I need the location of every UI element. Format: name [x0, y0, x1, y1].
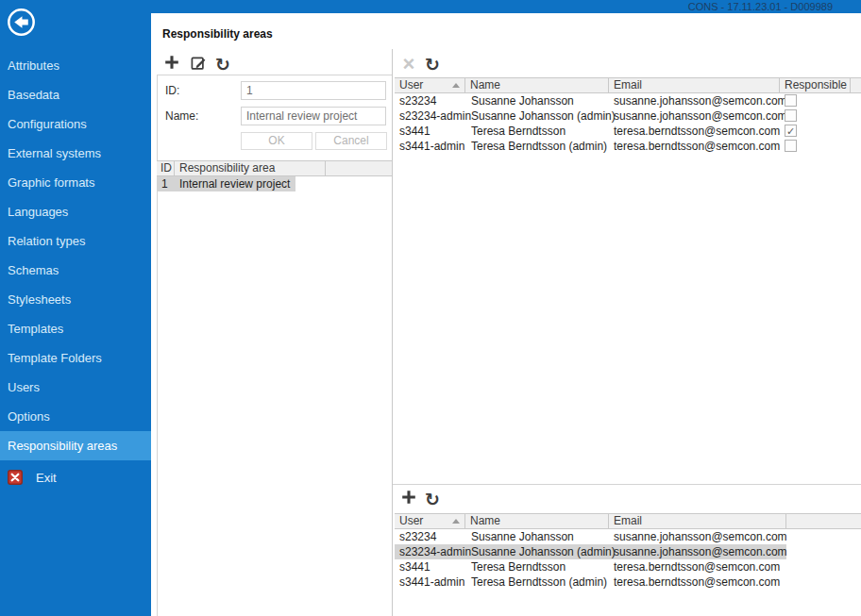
id-input[interactable] [241, 81, 386, 100]
available-col-header-user[interactable]: User [395, 514, 465, 528]
available-col-user-label: User [399, 514, 423, 527]
member-row[interactable]: s3441-admin Teresa Berndtsson (admin) te… [395, 139, 861, 154]
panel-horizontal-divider [393, 484, 861, 485]
member-name-cell: Teresa Berndtsson [471, 124, 566, 139]
member-email-cell: teresa.berndtsson@semcon.com [614, 124, 780, 139]
refresh-areas-button[interactable]: ↻ [214, 56, 231, 73]
sidebar-item-basedata[interactable]: Basedata [0, 80, 151, 109]
plus-icon [401, 490, 416, 508]
refresh-icon: ↻ [425, 491, 440, 507]
sidebar-item-responsibility-areas[interactable]: Responsibility areas [0, 431, 151, 460]
remove-member-button[interactable]: × [400, 55, 417, 72]
area-editor-panel: ID: Name: OK Cancel ID Responsibility ar… [157, 75, 392, 616]
responsible-checkbox[interactable] [785, 140, 797, 152]
members-table-header: User Name Email Responsible [395, 77, 861, 93]
edit-area-button[interactable] [190, 56, 207, 73]
refresh-icon: ↻ [425, 57, 440, 72]
responsible-checkbox[interactable] [785, 125, 797, 137]
remove-x-icon: × [403, 57, 415, 71]
available-user-row[interactable]: s23234 Susanne Johansson susanne.johanss… [395, 529, 861, 544]
available-user-cell: s23234-admin [399, 544, 471, 559]
areas-table-row[interactable]: 1 Internal review project [157, 176, 392, 191]
edit-pencil-icon [191, 55, 207, 75]
member-name-cell: Teresa Berndtsson (admin) [471, 139, 607, 154]
exit-label: Exit [36, 471, 57, 485]
available-user-row[interactable]: s3441-admin Teresa Berndtsson (admin) te… [395, 574, 861, 590]
responsible-checkbox[interactable] [785, 109, 797, 122]
available-user-cell: s3441 [399, 559, 430, 574]
member-user-cell: s23234-admin [399, 108, 471, 124]
available-user-row[interactable]: s3441 Teresa Berndtsson teresa.berndtsso… [395, 559, 861, 574]
sidebar-item-template-folders[interactable]: Template Folders [0, 343, 151, 373]
cancel-button[interactable]: Cancel [315, 132, 387, 150]
available-table-header: User Name Email [395, 513, 861, 529]
ok-button[interactable]: OK [241, 132, 312, 150]
version-status-text: CONS - 17.11.23.01 - D009989 [688, 1, 833, 12]
responsible-checkbox[interactable] [785, 94, 797, 107]
member-user-cell: s3441 [399, 124, 430, 139]
refresh-members-button[interactable]: ↻ [424, 56, 441, 73]
areas-col-header-filler [326, 161, 392, 175]
refresh-available-users-button[interactable]: ↻ [424, 491, 441, 508]
available-user-cell: s3441-admin [399, 574, 464, 590]
members-col-header-responsible[interactable]: Responsible [780, 78, 851, 92]
available-name-cell: Susanne Johansson (admin) [471, 544, 616, 559]
available-col-email-label: Email [614, 514, 642, 527]
sidebar-item-configurations[interactable]: Configurations [0, 109, 151, 139]
areas-col-header-area[interactable]: Responsibility area [175, 161, 326, 175]
members-col-header-name[interactable]: Name [465, 78, 609, 92]
name-field-label: Name: [165, 109, 198, 123]
areas-col-id-label: ID [160, 161, 172, 175]
sidebar-item-graphic-formats[interactable]: Graphic formats [0, 168, 151, 197]
areas-col-header-id[interactable]: ID [157, 161, 175, 175]
available-email-cell: susanne.johansson@semcon.com [614, 529, 787, 544]
members-col-email-label: Email [614, 78, 642, 92]
sidebar-item-options[interactable]: Options [0, 402, 151, 431]
sidebar-item-users[interactable]: Users [0, 373, 151, 402]
available-users-table: User Name Email s23234 Susanne Johansson… [395, 513, 861, 590]
available-user-row[interactable]: s23234-admin Susanne Johansson (admin) s… [395, 544, 861, 559]
sidebar-item-external-systems[interactable]: External systems [0, 139, 151, 168]
members-col-header-user[interactable]: User [395, 78, 465, 92]
available-email-cell: susanne.johansson@semcon.com [614, 544, 787, 559]
area-id-cell: 1 [161, 176, 168, 191]
exit-button[interactable]: Exit [0, 462, 151, 492]
available-email-cell: teresa.berndtsson@semcon.com [614, 574, 780, 590]
member-email-cell: susanne.johansson@semcon.com [614, 93, 787, 108]
add-member-button[interactable] [400, 491, 417, 508]
sort-ascending-icon [452, 519, 460, 524]
members-col-responsible-label: Responsible [785, 78, 847, 92]
sidebar-item-attributes[interactable]: Attributes [0, 51, 151, 80]
members-col-header-email[interactable]: Email [609, 78, 780, 92]
member-row[interactable]: s3441 Teresa Berndtsson teresa.berndtsso… [395, 124, 861, 139]
sidebar-item-relation-types[interactable]: Relation types [0, 226, 151, 256]
refresh-icon: ↻ [215, 57, 230, 72]
sidebar-item-languages[interactable]: Languages [0, 197, 151, 226]
member-email-cell: susanne.johansson@semcon.com [614, 108, 787, 124]
name-input[interactable] [241, 107, 386, 125]
exit-icon [8, 470, 23, 485]
member-user-cell: s23234 [399, 93, 436, 108]
available-email-cell: teresa.berndtsson@semcon.com [614, 559, 780, 574]
available-col-header-name[interactable]: Name [465, 514, 609, 528]
available-col-header-filler [786, 514, 861, 528]
member-row[interactable]: s23234-admin Susanne Johansson (admin) s… [395, 108, 861, 124]
sidebar-item-schemas[interactable]: Schemas [0, 256, 151, 285]
member-row[interactable]: s23234 Susanne Johansson susanne.johanss… [395, 93, 861, 108]
add-area-button[interactable] [163, 56, 180, 73]
sidebar-item-stylesheets[interactable]: Stylesheets [0, 285, 151, 314]
available-col-header-email[interactable]: Email [609, 514, 786, 528]
areas-col-area-label: Responsibility area [179, 161, 275, 175]
plus-icon [164, 55, 179, 74]
member-name-cell: Susanne Johansson (admin) [471, 108, 616, 124]
sidebar-item-templates[interactable]: Templates [0, 314, 151, 343]
sidebar: Attributes Basedata Configurations Exter… [0, 0, 151, 616]
member-email-cell: teresa.berndtsson@semcon.com [614, 139, 780, 154]
sidebar-nav: Attributes Basedata Configurations Exter… [0, 51, 151, 460]
page-title: Responsibility areas [162, 27, 273, 41]
sort-ascending-icon [452, 83, 460, 88]
panel-vertical-divider [392, 49, 393, 616]
back-button[interactable] [7, 8, 36, 37]
available-col-name-label: Name [470, 514, 500, 527]
areas-table: ID Responsibility area 1 Internal review… [157, 160, 392, 191]
